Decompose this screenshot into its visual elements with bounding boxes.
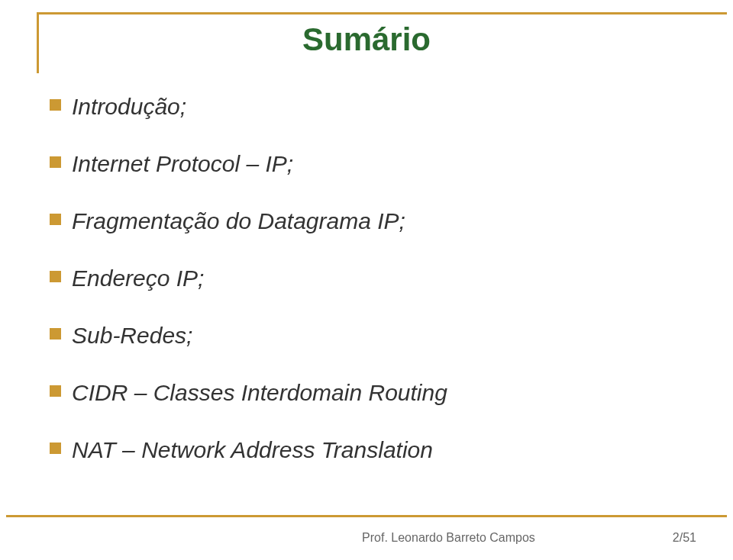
bullet-icon	[50, 156, 61, 168]
list-item: Internet Protocol – IP;	[50, 149, 687, 179]
footer-author: Prof. Leonardo Barreto Campos	[362, 531, 535, 545]
bullet-text: Internet Protocol – IP;	[72, 149, 293, 179]
bullet-icon	[50, 443, 61, 454]
bullet-text: Fragmentação do Datagrama IP;	[72, 206, 405, 236]
footer: Prof. Leonardo Barreto Campos 2/51	[6, 531, 727, 545]
top-border-line	[37, 12, 727, 14]
list-item: Fragmentação do Datagrama IP;	[50, 206, 687, 236]
bottom-border-line	[6, 515, 727, 517]
list-item: Sub-Redes;	[50, 320, 687, 350]
list-item: Endereço IP;	[50, 263, 687, 293]
bullet-text: CIDR – Classes Interdomain Routing	[72, 378, 447, 407]
list-item: NAT – Network Address Translation	[50, 435, 687, 465]
bullet-text: Sub-Redes;	[72, 320, 192, 350]
list-item: CIDR – Classes Interdomain Routing	[50, 378, 687, 407]
content-area: Introdução; Internet Protocol – IP; Frag…	[50, 92, 687, 492]
footer-page-number: 2/51	[673, 531, 696, 545]
page-title: Sumário	[0, 21, 733, 58]
bullet-icon	[50, 214, 61, 225]
bullet-icon	[50, 271, 61, 282]
bullet-icon	[50, 328, 61, 340]
bullet-text: Introdução;	[72, 92, 186, 121]
bullet-icon	[50, 385, 61, 397]
bullet-text: Endereço IP;	[72, 263, 204, 293]
bullet-text: NAT – Network Address Translation	[72, 435, 433, 465]
bullet-icon	[50, 99, 61, 111]
list-item: Introdução;	[50, 92, 687, 121]
